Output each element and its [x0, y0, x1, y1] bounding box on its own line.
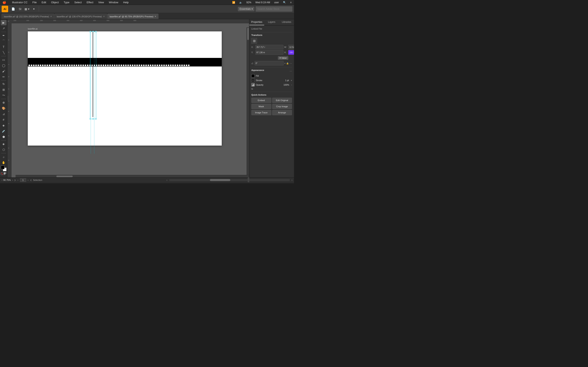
menu-effect[interactable]: Effect	[86, 1, 94, 4]
artboard-prev-step[interactable]: ‹	[17, 179, 18, 181]
transform-w-row: W:	[284, 45, 294, 49]
curvature-tool[interactable]: ⌒	[1, 39, 7, 44]
tab-1-label: laserfilm.ai* @ 138.47% (RGB/GPU Preview…	[57, 15, 102, 18]
essentials-dropdown[interactable]: Essentials ▾	[238, 7, 254, 11]
menu-file[interactable]: File	[32, 1, 38, 4]
tab-2[interactable]: laserfilm.ai* @ 90.75% (RGB/GPU Preview)…	[107, 14, 159, 19]
template-button[interactable]: St	[17, 6, 23, 12]
line-tool[interactable]: ╲	[1, 50, 7, 55]
constrain-icon[interactable]: 🔒	[286, 62, 289, 64]
hand-tool[interactable]: ✋	[1, 160, 7, 165]
tab-2-close[interactable]: ✕	[155, 15, 156, 17]
ruler-top: 150 200 250 300 350 400 450 500 550 600	[11, 19, 249, 23]
menu-type[interactable]: Type	[63, 1, 70, 4]
transform-more-btn[interactable]: ···	[290, 62, 292, 65]
menu-edit[interactable]: Edit	[41, 1, 47, 4]
scrollbar-vertical[interactable]	[247, 27, 249, 175]
image-trace-button[interactable]: Image Trace	[251, 110, 271, 115]
appearance-more-btn[interactable]: ···	[290, 69, 292, 73]
canvas-area[interactable]: px 150 200 250 300 350 400 450 500 550 6…	[7, 19, 249, 177]
shape-builder-tool[interactable]: ⊕	[1, 100, 7, 105]
tab-layers[interactable]: Layers	[264, 19, 279, 25]
tab-1-close[interactable]: ✕	[103, 15, 105, 17]
stroke-icon[interactable]	[251, 79, 255, 82]
tab-0[interactable]: laserfilm.ai* @ 152.55% (RGB/GPU Preview…	[2, 14, 54, 19]
w-input[interactable]	[288, 45, 294, 49]
arrange-button[interactable]: Arrange	[272, 110, 292, 115]
stock-search-input[interactable]	[256, 6, 292, 12]
h-input[interactable]	[288, 50, 294, 55]
fill-swatch[interactable]	[1, 166, 4, 169]
x-label: X:	[251, 46, 255, 48]
rectangle-tool[interactable]: ▭	[1, 57, 7, 62]
eyedropper-tool[interactable]: 💉	[1, 128, 7, 134]
tab-libraries[interactable]: Libraries	[279, 19, 294, 25]
none-swatch[interactable]	[1, 173, 3, 175]
apple-menu[interactable]: 🍎	[2, 1, 7, 4]
menu-select[interactable]: Select	[73, 1, 82, 4]
gradient-tool[interactable]: ◈	[1, 123, 7, 128]
search-icon[interactable]: 🔍	[282, 1, 287, 4]
angle-dropdown[interactable]: ▾	[285, 62, 285, 64]
notification-icon[interactable]: ≡	[289, 1, 292, 4]
stroke-dropdown[interactable]: ▾	[291, 79, 292, 82]
tab-1[interactable]: laserfilm.ai* @ 138.47% (RGB/GPU Preview…	[54, 14, 107, 19]
menu-view[interactable]: View	[97, 1, 105, 4]
edit-original-button[interactable]: Edit Original	[272, 98, 292, 103]
angle-input[interactable]	[255, 61, 284, 66]
opacity-expand[interactable]: ›	[291, 84, 292, 86]
mask-button[interactable]: Mask	[251, 104, 271, 109]
transform-icon-row: ⊞	[251, 38, 292, 44]
left-panel-collapse[interactable]	[7, 96, 9, 101]
view-options-button[interactable]: ▦ ▾	[24, 6, 30, 12]
blend-tool[interactable]: ⬟	[1, 134, 7, 140]
scale-tool[interactable]: ⊞	[1, 87, 7, 92]
divider-2	[251, 67, 292, 67]
statusbar-scrollbar[interactable]	[169, 179, 290, 181]
artboard-next[interactable]: ›|	[30, 179, 31, 181]
tab-0-close[interactable]: ✕	[50, 15, 52, 17]
symbol-tool[interactable]: ◈	[1, 141, 7, 147]
tooltip-container: H Value	[251, 56, 292, 61]
perspective-tool[interactable]: ⊿	[1, 111, 7, 117]
embed-button[interactable]: Embed	[251, 98, 271, 103]
statusbar-scroll-right[interactable]: ›	[292, 179, 292, 181]
canvas-content[interactable]: laserfilm.ai	[11, 23, 249, 177]
color-swatch-pair[interactable]	[1, 166, 7, 171]
artboard-next-step[interactable]: ›	[28, 179, 29, 181]
scrollbar-horizontal[interactable]	[16, 175, 249, 177]
zoom-up-btn[interactable]: ›	[12, 179, 13, 181]
pen-tool[interactable]: ✒	[1, 33, 7, 38]
artboard-tool[interactable]: ⬡	[1, 147, 7, 152]
new-file-button[interactable]: 📄	[10, 6, 16, 12]
crop-image-button[interactable]: Crop Image	[272, 104, 292, 109]
right-panel-collapse[interactable]	[248, 177, 249, 182]
zoom-tool[interactable]: ⌕	[1, 154, 7, 159]
x-input[interactable]	[255, 45, 283, 49]
fill-color-swatch[interactable]	[251, 74, 255, 77]
menu-help[interactable]: Help	[122, 1, 130, 4]
live-paint-tool[interactable]: 🎨	[1, 106, 7, 111]
warp-tool[interactable]: 〜	[1, 93, 7, 98]
direct-selection-tool[interactable]: ↗	[1, 26, 7, 31]
rotate-tool[interactable]: ↻	[1, 81, 7, 87]
paintbrush-tool[interactable]: 🖌	[1, 68, 7, 74]
ellipse-tool[interactable]: ◯	[1, 63, 7, 68]
linked-file-badge: Linked File	[251, 27, 292, 30]
pencil-tool[interactable]: ✏	[1, 74, 7, 80]
tab-properties[interactable]: Properties	[249, 19, 264, 25]
artboard-number[interactable]	[20, 178, 26, 182]
type-tool[interactable]: T	[1, 44, 7, 50]
selection-tool[interactable]: ▶	[1, 20, 7, 25]
menu-object[interactable]: Object	[50, 1, 60, 4]
gradient-swatch[interactable]	[4, 173, 6, 175]
magic-wand-button[interactable]: ✦	[31, 6, 37, 12]
statusbar-scroll-left[interactable]: ‹	[167, 179, 167, 181]
artboard-prev[interactable]: |‹	[15, 179, 16, 181]
menu-window[interactable]: Window	[108, 1, 119, 4]
essentials-label: Essentials	[240, 8, 251, 10]
y-input[interactable]	[255, 50, 283, 55]
zoom-down-btn[interactable]: ‹	[2, 179, 2, 181]
mesh-tool[interactable]: #	[1, 117, 7, 122]
selected-element-line	[93, 31, 93, 117]
